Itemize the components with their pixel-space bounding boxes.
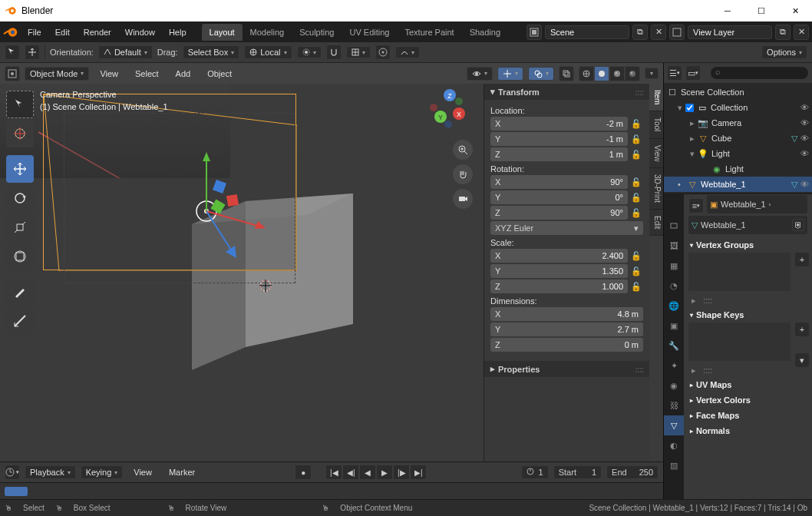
jump-start-button[interactable]: |◀: [325, 465, 342, 480]
dim-z-field[interactable]: Z0 m: [490, 338, 643, 352]
end-frame-field[interactable]: End250: [606, 465, 659, 479]
snap-toggle[interactable]: [326, 45, 342, 60]
move-tool-icon[interactable]: [25, 45, 40, 60]
ptab-objectdata[interactable]: ▽: [664, 415, 684, 435]
vp-menu-object[interactable]: Object: [201, 66, 238, 81]
keying-dropdown[interactable]: Keying▾: [81, 465, 124, 479]
collection-checkbox[interactable]: [685, 104, 694, 112]
outliner-display-icon[interactable]: ▭▾: [685, 65, 701, 81]
ptab-object[interactable]: ▣: [664, 316, 684, 336]
specials-button[interactable]: ▾: [795, 353, 809, 367]
rot-z-field[interactable]: Z90°: [490, 206, 628, 220]
lock-icon[interactable]: 🔓: [629, 190, 643, 204]
current-frame-field[interactable]: 1: [521, 465, 549, 479]
eye-icon[interactable]: 👁: [800, 103, 809, 112]
viewlayer-browse-icon[interactable]: [669, 25, 685, 40]
tab-sculpting[interactable]: Sculpting: [292, 24, 342, 41]
zoom-gizmo-icon[interactable]: [453, 140, 473, 160]
minimize-button[interactable]: ─: [711, 0, 744, 22]
timeline-marker[interactable]: Marker: [163, 465, 201, 480]
outliner-editor-icon[interactable]: ☰▾: [667, 65, 682, 81]
lock-icon[interactable]: 🔓: [629, 175, 643, 189]
scale-tool[interactable]: [6, 213, 34, 241]
ptab-output[interactable]: 🖼: [664, 236, 684, 256]
ptab-render[interactable]: [664, 216, 684, 236]
uv-maps-header[interactable]: ▸UV Maps: [688, 377, 807, 392]
ptab-world[interactable]: 🌐: [664, 296, 684, 316]
lock-icon[interactable]: 🔓: [629, 206, 643, 220]
scale-y-field[interactable]: Y1.350: [490, 264, 628, 278]
drag-dropdown[interactable]: Select Box▾: [183, 45, 240, 59]
cursor-tool-icon[interactable]: [5, 45, 20, 60]
annotate-tool[interactable]: [6, 278, 34, 306]
menu-window[interactable]: Window: [119, 25, 161, 40]
loc-z-field[interactable]: Z1 m: [490, 147, 628, 161]
menu-file[interactable]: File: [21, 25, 48, 40]
scale-x-field[interactable]: X2.400: [490, 249, 628, 263]
vtab-item[interactable]: Item: [649, 84, 663, 111]
play-button[interactable]: ▶: [376, 465, 393, 480]
lock-icon[interactable]: 🔓: [629, 264, 643, 278]
eye-icon[interactable]: 👁: [800, 149, 809, 158]
ptab-scene[interactable]: ◔: [664, 276, 684, 296]
tab-shading[interactable]: Shading: [462, 24, 508, 41]
ptab-physics[interactable]: ◉: [664, 375, 684, 395]
tab-modeling[interactable]: Modeling: [243, 24, 292, 41]
lock-icon[interactable]: 🔓: [629, 280, 643, 293]
keyframe-prev-button[interactable]: ◀|: [342, 465, 359, 480]
ptab-modifier[interactable]: 🔧: [664, 336, 684, 356]
scene-new-icon[interactable]: ✕: [651, 25, 666, 40]
cursor-tool[interactable]: [6, 120, 34, 147]
props-dataname[interactable]: Webtable_1: [701, 220, 789, 230]
snap-dropdown[interactable]: ▾: [346, 46, 371, 58]
rot-y-field[interactable]: Y0°: [490, 190, 628, 204]
add-button[interactable]: +: [795, 322, 809, 336]
vtab-3dprint[interactable]: 3D-Print: [649, 168, 663, 210]
transform-header[interactable]: ▾Transform::::: [484, 84, 649, 100]
ptab-material[interactable]: ◐: [664, 435, 684, 455]
close-button[interactable]: ✕: [778, 0, 812, 22]
outliner-light-row[interactable]: ▾💡Light👁: [664, 146, 812, 161]
visibility-dropdown[interactable]: ▾: [467, 67, 493, 81]
props-breadcrumb[interactable]: Webtable_1: [721, 200, 766, 209]
tab-texturepaint[interactable]: Texture Paint: [397, 24, 461, 41]
rotmode-dropdown[interactable]: XYZ Euler▾: [490, 221, 643, 235]
lock-icon[interactable]: 🔓: [629, 117, 643, 131]
ptab-constraints[interactable]: ⛓: [664, 395, 684, 415]
options-dropdown[interactable]: Options▾: [761, 45, 807, 59]
outliner-camera-row[interactable]: ▸📷Camera👁: [664, 115, 812, 131]
orientation-dropdown[interactable]: Default▾: [98, 45, 153, 59]
vtab-tool[interactable]: Tool: [649, 111, 663, 138]
eye-icon[interactable]: 👁: [800, 134, 809, 144]
shade-wire-icon[interactable]: [579, 66, 594, 81]
pivot-dropdown[interactable]: ▾: [297, 46, 322, 58]
tab-layout[interactable]: Layout: [202, 24, 243, 41]
lock-icon[interactable]: 🔓: [629, 147, 643, 161]
normals-header[interactable]: ▸Normals: [688, 423, 807, 438]
outliner-search[interactable]: ⌕: [710, 66, 809, 80]
add-button[interactable]: +: [795, 253, 809, 266]
ptab-viewlayer[interactable]: ▦: [664, 256, 684, 276]
eye-icon[interactable]: 👁: [800, 118, 809, 127]
proportional-dropdown[interactable]: ▾: [395, 46, 420, 58]
move-tool[interactable]: [6, 155, 34, 183]
lock-icon[interactable]: 🔓: [629, 249, 643, 263]
viewlayer-delete-icon[interactable]: ✕: [794, 25, 809, 40]
transform-tool[interactable]: [6, 243, 34, 270]
editor-type-icon[interactable]: [5, 66, 20, 81]
timeline-view[interactable]: View: [127, 465, 158, 480]
vtab-edit[interactable]: Edit: [649, 210, 663, 236]
select-box-tool[interactable]: [6, 91, 34, 118]
shade-matprev-icon[interactable]: [609, 66, 625, 81]
overlay-dropdown[interactable]: ▾: [528, 67, 554, 81]
3d-viewport[interactable]: Object Mode▾ View Select Add Object ▾ ▾ …: [0, 63, 663, 461]
props-editor-icon[interactable]: ≡▾: [688, 198, 704, 213]
dim-x-field[interactable]: X4.8 m: [490, 307, 643, 321]
tab-uvediting[interactable]: UV Editing: [342, 24, 397, 41]
shade-solid-icon[interactable]: [594, 66, 609, 81]
outliner-webtable-row[interactable]: •▽Webtable_1▽👁: [664, 177, 812, 192]
outliner-scene-row[interactable]: ☐Scene Collection: [664, 84, 812, 100]
jump-end-button[interactable]: ▶|: [410, 465, 427, 480]
ptab-texture[interactable]: ▨: [664, 455, 684, 475]
vp-menu-add[interactable]: Add: [170, 66, 197, 81]
